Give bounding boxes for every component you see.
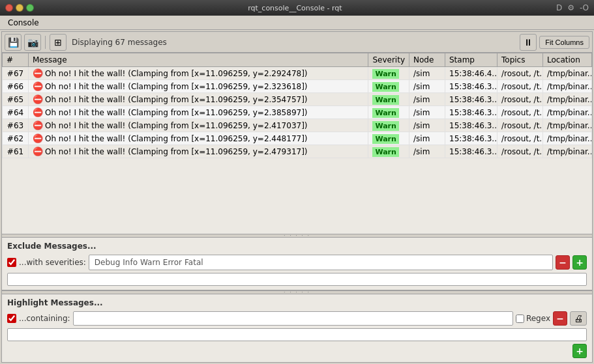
cell-severity: Warn <box>368 106 409 119</box>
screenshot-icon: 📷 <box>27 37 38 48</box>
cell-severity: Warn <box>368 145 409 158</box>
regex-label[interactable]: Regex <box>516 314 550 323</box>
fit-columns-button[interactable]: Fit Columns <box>539 36 589 49</box>
save-icon: 💾 <box>8 37 19 48</box>
highlight-minus-button[interactable]: − <box>553 311 567 326</box>
exclude-plus-button[interactable]: + <box>572 255 587 270</box>
toolbar-separator <box>45 36 46 49</box>
containing-label: ...containing: <box>19 314 70 323</box>
cell-node: /sim <box>409 80 445 93</box>
cell-location: /tmp/binar... <box>543 67 592 80</box>
maximize-button[interactable] <box>26 4 34 12</box>
columns-icon: ⊞ <box>54 37 62 48</box>
severity-debug[interactable]: Debug <box>93 258 121 267</box>
window-title: rqt_console__Console - rqt <box>38 4 552 12</box>
highlight-plus-button[interactable]: + <box>572 344 587 358</box>
containing-input[interactable] <box>73 311 513 326</box>
error-icon: ⛔ <box>33 107 43 117</box>
regex-checkbox[interactable] <box>516 315 524 323</box>
title-icon-gear: ⚙ <box>567 3 574 12</box>
col-header-stamp: Stamp <box>445 53 497 67</box>
table-row[interactable]: #66⛔Oh no! I hit the wall! (Clamping fro… <box>3 80 592 93</box>
cell-location: /tmp/binar... <box>543 132 592 145</box>
minimize-button[interactable] <box>16 4 23 12</box>
cell-topics: /rosout, /t... <box>497 80 543 93</box>
main-window: Console 💾 📷 ⊞ Displaying 67 messages ⏸ F… <box>0 16 594 364</box>
severity-badge: Warn <box>372 95 398 105</box>
table-row[interactable]: #63⛔Oh no! I hit the wall! (Clamping fro… <box>3 119 592 132</box>
col-header-message: Message <box>29 53 368 67</box>
exclude-extra-area <box>7 273 587 286</box>
exclude-filter-row: ...with severities: Debug Info Warn Erro… <box>7 255 587 270</box>
cell-num: #65 <box>3 93 29 106</box>
exclude-checkbox[interactable] <box>7 258 16 267</box>
printer-button[interactable]: 🖨 <box>570 311 587 326</box>
col-header-num: # <box>3 53 29 67</box>
error-icon: ⛔ <box>33 68 43 78</box>
cell-num: #62 <box>3 132 29 145</box>
error-icon: ⛔ <box>33 147 43 156</box>
severity-fatal[interactable]: Fatal <box>183 258 205 267</box>
save-button[interactable]: 💾 <box>5 34 22 51</box>
cell-location: /tmp/binar... <box>543 80 592 93</box>
menu-bar: Console <box>0 16 594 30</box>
table-row[interactable]: #61⛔Oh no! I hit the wall! (Clamping fro… <box>3 145 592 158</box>
severity-badge: Warn <box>372 147 398 157</box>
highlight-section: Highlight Messages... ...containing: Reg… <box>2 294 592 362</box>
cell-message: ⛔Oh no! I hit the wall! (Clamping from [… <box>29 67 368 80</box>
cell-location: /tmp/binar... <box>543 106 592 119</box>
close-button[interactable] <box>5 4 13 12</box>
message-table-container[interactable]: # Message Severity Node Stamp Topics Loc… <box>2 53 592 234</box>
toolbar: 💾 📷 ⊞ Displaying 67 messages ⏸ Fit Colum… <box>2 32 592 53</box>
table-row[interactable]: #67⛔Oh no! I hit the wall! (Clamping fro… <box>3 67 592 80</box>
cell-message: ⛔Oh no! I hit the wall! (Clamping from [… <box>29 132 368 145</box>
cell-node: /sim <box>409 106 445 119</box>
cell-topics: /rosout, /t... <box>497 67 543 80</box>
cell-location: /tmp/binar... <box>543 93 592 106</box>
highlight-plus-icon: + <box>576 346 584 356</box>
screenshot-button[interactable]: 📷 <box>24 34 41 51</box>
title-icon-o: -O <box>580 3 589 12</box>
cell-num: #61 <box>3 145 29 158</box>
severity-badge: Warn <box>372 69 398 79</box>
exclude-title: Exclude Messages... <box>7 242 587 251</box>
table-row[interactable]: #65⛔Oh no! I hit the wall! (Clamping fro… <box>3 93 592 106</box>
col-header-node: Node <box>409 53 445 67</box>
columns-button[interactable]: ⊞ <box>50 34 67 51</box>
exclude-label: ...with severities: <box>19 258 86 267</box>
window-controls[interactable] <box>5 4 34 12</box>
cell-node: /sim <box>409 132 445 145</box>
col-header-location: Location <box>543 53 592 67</box>
table-body: #67⛔Oh no! I hit the wall! (Clamping fro… <box>3 67 592 158</box>
table-scroll-area: # Message Severity Node Stamp Topics Loc… <box>2 53 592 234</box>
console-panel: 💾 📷 ⊞ Displaying 67 messages ⏸ Fit Colum… <box>1 31 593 363</box>
cell-num: #63 <box>3 119 29 132</box>
exclude-minus-button[interactable]: − <box>556 255 570 270</box>
title-right-controls: D ⚙ -O <box>556 3 589 12</box>
regex-text: Regex <box>526 314 550 323</box>
cell-stamp: 15:38:46.3... <box>445 80 497 93</box>
cell-num: #66 <box>3 80 29 93</box>
cell-severity: Warn <box>368 119 409 132</box>
cell-message: ⛔Oh no! I hit the wall! (Clamping from [… <box>29 93 368 106</box>
table-row[interactable]: #64⛔Oh no! I hit the wall! (Clamping fro… <box>3 106 592 119</box>
severity-warn[interactable]: Warn <box>139 258 162 267</box>
error-icon: ⛔ <box>33 133 43 143</box>
severity-error[interactable]: Error <box>162 258 183 267</box>
cell-severity: Warn <box>368 80 409 93</box>
cell-node: /sim <box>409 145 445 158</box>
severity-info[interactable]: Info <box>121 258 139 267</box>
cell-node: /sim <box>409 93 445 106</box>
cell-severity: Warn <box>368 93 409 106</box>
severity-badge: Warn <box>372 108 398 118</box>
cell-location: /tmp/binar... <box>543 145 592 158</box>
table-row[interactable]: #62⛔Oh no! I hit the wall! (Clamping fro… <box>3 132 592 145</box>
cell-severity: Warn <box>368 67 409 80</box>
cell-stamp: 15:38:46.3... <box>445 145 497 158</box>
cell-stamp: 15:38:46.4... <box>445 67 497 80</box>
cell-node: /sim <box>409 119 445 132</box>
pause-button[interactable]: ⏸ <box>520 34 537 51</box>
menu-console[interactable]: Console <box>3 17 44 29</box>
highlight-checkbox[interactable] <box>7 314 16 323</box>
cell-stamp: 15:38:46.3... <box>445 106 497 119</box>
